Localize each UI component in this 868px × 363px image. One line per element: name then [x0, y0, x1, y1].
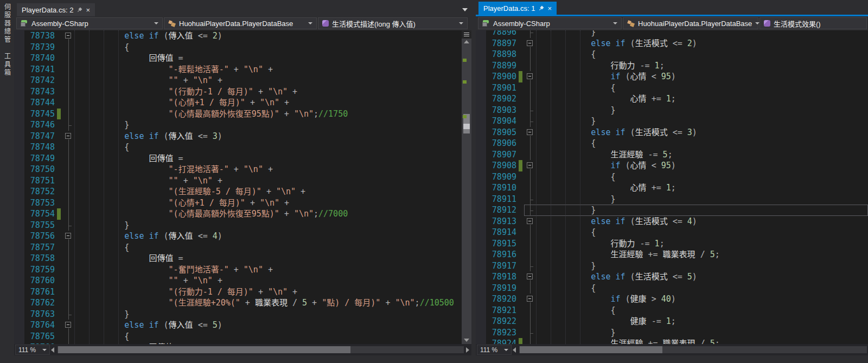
code-editor[interactable]: 78738 else if (傳入值 <= 2)78739 {78740 回傳值…	[14, 30, 462, 344]
code-line[interactable]: 78764 else if (傳入值 <= 5)	[14, 320, 462, 331]
code-line[interactable]: 78752 "(生涯經驗-5 / 每月)" + "\n" +	[14, 186, 462, 198]
code-line[interactable]: 78738 else if (傳入值 <= 2)	[14, 30, 462, 42]
code-line[interactable]: 78759 "-奮鬥地活著-" + "\n" +	[14, 264, 462, 276]
fold-toggle[interactable]	[527, 273, 533, 279]
zoom-select[interactable]: 111 %	[15, 345, 50, 355]
fold-toggle[interactable]	[527, 73, 533, 79]
code-line[interactable]: 78765 {	[14, 331, 462, 342]
code-line[interactable]: 78916 生涯經驗 += 職業表現 / 5;	[476, 249, 868, 260]
code-line[interactable]: 78741 "-輕鬆地活著-" + "\n" +	[14, 64, 462, 75]
code-line[interactable]: 78920 if (健康 > 40)	[476, 294, 868, 305]
code-line[interactable]: 78762 "(生涯經驗+20%(" + 職業表現 / 5 + "點) / 每月…	[14, 297, 462, 309]
code-line[interactable]: 78746 }	[14, 119, 462, 131]
scroll-right-button[interactable]	[465, 346, 471, 353]
code-line[interactable]: 78913 else if (生活模式 <= 4)	[476, 216, 868, 227]
code-editor[interactable]: 78896 }78897 else if (生活模式 <= 2)78898 {7…	[476, 30, 868, 344]
code-line[interactable]: 78742 "" + "\n" +	[14, 75, 462, 86]
scroll-left-button[interactable]	[512, 346, 518, 353]
scrollbar-up-button[interactable]	[462, 39, 471, 46]
fold-toggle[interactable]	[527, 218, 533, 224]
code-line[interactable]: 78924 生涯經驗 += 職業表現 / 5;	[476, 338, 868, 344]
member-dropdown[interactable]: 生活模式描述(long 傳入值)	[318, 17, 468, 29]
code-line[interactable]: 78756 else if (傳入值 <= 4)	[14, 231, 462, 242]
code-line[interactable]: 78922 健康 -= 1;	[476, 316, 868, 327]
code-line[interactable]: 78740 回傳值 =	[14, 53, 462, 64]
scrollbar-thumb[interactable]	[520, 346, 662, 353]
code-line[interactable]: 78923 }	[476, 327, 868, 339]
code-line[interactable]: 78743 "(行動力-1 / 每月)" + "\n" +	[14, 86, 462, 98]
horizontal-scrollbar[interactable]	[58, 346, 464, 353]
code-line[interactable]: 78739 {	[14, 42, 462, 53]
code-line[interactable]: 78915 行動力 -= 1;	[476, 238, 868, 250]
code-line[interactable]: 78898 {	[476, 49, 868, 60]
code-line[interactable]: 78919 {	[476, 283, 868, 294]
scrollbar-thumb[interactable]	[58, 346, 350, 353]
tab-playerdata-2[interactable]: PlayerData.cs: 2 ×	[17, 3, 95, 16]
fold-toggle[interactable]	[527, 162, 533, 168]
code-line[interactable]: 78918 else if (生活模式 <= 5)	[476, 271, 868, 283]
fold-toggle[interactable]	[527, 129, 533, 135]
code-line[interactable]: 78921 {	[476, 305, 868, 316]
document-list-chevron-icon[interactable]	[462, 8, 468, 11]
sidebar-tab-server-explorer[interactable]: 伺服器總管	[3, 3, 12, 44]
fold-toggle[interactable]	[65, 322, 71, 328]
code-line[interactable]: 78900 if (心情 < 95)	[476, 71, 868, 82]
code-line[interactable]: 78749 回傳值 =	[14, 153, 462, 164]
member-dropdown[interactable]: 生活模式效果()	[760, 17, 867, 29]
code-line[interactable]: 78910 心情 += 1;	[476, 182, 868, 194]
code-line[interactable]: 78750 "-打混地活著-" + "\n" +	[14, 164, 462, 175]
code-line[interactable]: 78908 if (心情 < 95)	[476, 160, 868, 171]
code-line[interactable]: 78904 }	[476, 116, 868, 127]
zoom-select[interactable]: 111 %	[477, 345, 512, 355]
code-line[interactable]: 78757 {	[14, 242, 462, 253]
code-line[interactable]: 78745 "(心情最高額外恢復至95點)" + "\n";//1750	[14, 109, 462, 120]
code-line[interactable]: 78753 "(心情+1 / 每月)" + "\n" +	[14, 198, 462, 209]
code-line[interactable]: 78747 else if (傳入值 <= 3)	[14, 131, 462, 142]
code-line[interactable]: 78906 {	[476, 138, 868, 149]
fold-toggle[interactable]	[65, 133, 71, 139]
code-line[interactable]: 78751 "" + "\n" +	[14, 175, 462, 187]
code-line[interactable]: 78899 行動力 -= 1;	[476, 60, 868, 72]
code-line[interactable]: 78748 {	[14, 142, 462, 153]
code-line[interactable]: 78754 "(心情最高額外恢復至95點)" + "\n";//7000	[14, 208, 462, 220]
code-line[interactable]: 78761 "(行動力-1 / 每月)" + "\n" +	[14, 286, 462, 298]
code-line[interactable]: 78907 生涯經驗 -= 5;	[476, 149, 868, 161]
type-dropdown[interactable]: HuohuaiPlayerData.PlayerDataBase	[623, 17, 758, 29]
code-line[interactable]: 78897 else if (生活模式 <= 2)	[476, 38, 868, 49]
fold-toggle[interactable]	[65, 33, 71, 39]
code-line[interactable]: 78896 }	[476, 30, 868, 38]
splitter-grip[interactable]	[462, 30, 471, 39]
code-line[interactable]: 78766 回傳值	[14, 342, 462, 344]
code-line[interactable]: 78744 "(心情+1 / 每月)" + "\n" +	[14, 97, 462, 109]
code-line[interactable]: 78917 }	[476, 260, 868, 272]
code-line[interactable]: 78763 }	[14, 309, 462, 320]
close-icon[interactable]: ×	[86, 7, 90, 14]
close-icon[interactable]: ×	[547, 5, 552, 12]
code-line[interactable]: 78758 回傳值 =	[14, 253, 462, 264]
scrollbar-track[interactable]	[462, 46, 471, 337]
code-line[interactable]: 78909 {	[476, 171, 868, 183]
vertical-scrollbar[interactable]	[462, 30, 471, 344]
scrollbar-down-button[interactable]	[462, 337, 471, 344]
horizontal-scrollbar[interactable]	[519, 346, 867, 353]
fold-toggle[interactable]	[527, 296, 533, 302]
project-dropdown[interactable]: Assembly-CSharp	[16, 17, 163, 29]
code-line[interactable]: 78914 {	[476, 227, 868, 238]
code-line[interactable]: 78760 "" + "\n" +	[14, 275, 462, 286]
code-line[interactable]: 78911 }	[476, 194, 868, 205]
type-dropdown[interactable]: HuohuaiPlayerData.PlayerDataBase	[164, 17, 317, 29]
code-line[interactable]: 78755 }	[14, 220, 462, 231]
sidebar-tab-toolbox[interactable]: 工具箱	[3, 53, 12, 77]
scroll-left-button[interactable]	[50, 346, 56, 353]
fold-toggle[interactable]	[527, 40, 533, 46]
tab-playerdata-1[interactable]: PlayerData.cs: 1 ×	[478, 2, 557, 15]
pin-icon[interactable]	[538, 5, 545, 12]
pane-divider[interactable]	[471, 0, 476, 355]
code-line[interactable]: 78903 }	[476, 105, 868, 116]
fold-toggle[interactable]	[65, 233, 71, 239]
project-dropdown[interactable]: Assembly-CSharp	[478, 17, 622, 29]
code-line[interactable]: 78912 }	[476, 205, 868, 216]
pin-icon[interactable]	[76, 7, 84, 14]
code-line[interactable]: 78901 {	[476, 82, 868, 94]
code-line[interactable]: 78905 else if (生活模式 <= 3)	[476, 127, 868, 138]
